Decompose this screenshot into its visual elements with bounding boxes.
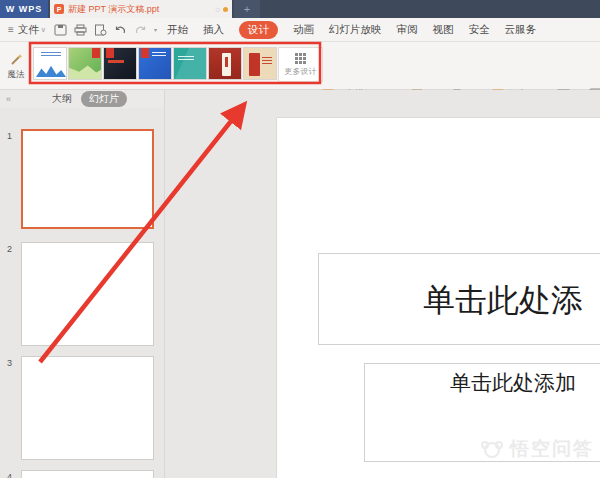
slide-canvas[interactable]: 单击此处添 单击此处添加 悟空问答 [277,118,600,478]
template-thumbnail-1[interactable] [33,47,67,80]
slide-number: 3 [7,358,12,368]
wukong-monkey-icon [480,437,504,461]
slide-number: 4 [7,472,12,478]
print-icon[interactable] [74,24,87,36]
file-caret-icon[interactable]: ∨ [41,26,46,34]
tab-insert[interactable]: 插入 [203,23,224,37]
outline-tab[interactable]: 大纲 [52,92,72,106]
redo-icon[interactable] [134,24,147,36]
tab-design[interactable]: 设计 [239,21,278,39]
new-tab-button[interactable]: + [234,0,260,18]
wps-logo[interactable]: W WPS [0,0,48,18]
grid-icon [295,53,306,64]
slides-tab[interactable]: 幻灯片 [81,91,127,107]
template-thumbnail-3[interactable] [103,47,137,80]
slide-thumbnail-1[interactable] [21,129,154,229]
hamburger-icon[interactable]: ≡ [8,24,14,35]
hot-badge-icon [106,48,114,58]
slide-thumbnail-4[interactable] [21,470,154,478]
document-tab[interactable]: P 新建 PPT 演示文稿.ppt ◌ [50,0,232,18]
slide-thumbnail-2[interactable] [21,242,154,346]
watermark: 悟空问答 [480,436,594,462]
file-menu[interactable]: 文件 [18,23,39,37]
slides-sidebar: « 大纲 幻灯片 1 2 3 4 [0,90,165,478]
template-thumbnail-4[interactable] [138,47,172,80]
tab-review[interactable]: 审阅 [396,23,417,37]
menu-items: 开始 插入 设计 动画 幻灯片放映 审阅 视图 安全 云服务 [167,21,536,39]
collapse-panel-icon[interactable]: « [6,94,11,104]
more-designs-label: 更多设计 [285,66,317,77]
undo-icon[interactable] [114,24,127,36]
template-thumbnail-5[interactable] [173,47,207,80]
slide-thumbnail-list: 1 2 3 4 [0,108,164,478]
slide-number: 1 [7,131,12,141]
document-tab-title: 新建 PPT 演示文稿.ppt [68,3,212,16]
watermark-text: 悟空问答 [510,436,594,462]
hot-badge-icon [141,48,149,58]
tab-cloud[interactable]: 云服务 [504,23,536,37]
save-icon[interactable] [54,24,67,36]
magic-wand-icon [9,52,24,67]
design-template-strip: 更多设计 [33,47,323,82]
slide-thumbnail-3[interactable] [21,356,154,460]
editing-workspace: 单击此处添 单击此处添加 悟空问答 [166,90,600,478]
tab-animation[interactable]: 动画 [293,23,314,37]
menubar: ≡ 文件 ∨ ▾ 开始 插入 设计 动画 幻灯片放映 审阅 视图 安全 云服务 [0,18,600,42]
tab-slideshow[interactable]: 幻灯片放映 [329,23,382,37]
tab-home[interactable]: 开始 [167,23,188,37]
title-placeholder[interactable]: 单击此处添 [318,253,600,345]
unsaved-dot-icon [223,7,228,12]
magic-label: 魔法 [8,69,25,81]
wps-presentation-window: W WPS P 新建 PPT 演示文稿.ppt ◌ + ≡ 文件 ∨ ▾ 开始 … [0,0,600,478]
design-ribbon: 魔法 更多设计 导入模板 本文模板 [0,42,600,90]
hot-badge-icon [92,48,100,58]
tab-status-icon: ◌ [215,5,220,14]
quick-access-toolbar: ▾ [54,24,157,36]
more-designs-button[interactable]: 更多设计 [278,47,323,82]
ppt-file-icon: P [54,4,64,14]
template-thumbnail-2[interactable] [68,47,102,80]
print-preview-icon[interactable] [94,24,107,36]
sidebar-header: « 大纲 幻灯片 [0,90,164,108]
magic-beautify-button[interactable]: 魔法 [2,46,30,86]
template-thumbnail-7[interactable] [243,47,277,80]
titlebar: W WPS P 新建 PPT 演示文稿.ppt ◌ + [0,0,600,18]
tab-security[interactable]: 安全 [468,23,489,37]
qat-dropdown-icon[interactable]: ▾ [154,26,157,33]
slide-number: 2 [7,244,12,254]
tab-view[interactable]: 视图 [432,23,453,37]
template-thumbnail-6[interactable] [208,47,242,80]
